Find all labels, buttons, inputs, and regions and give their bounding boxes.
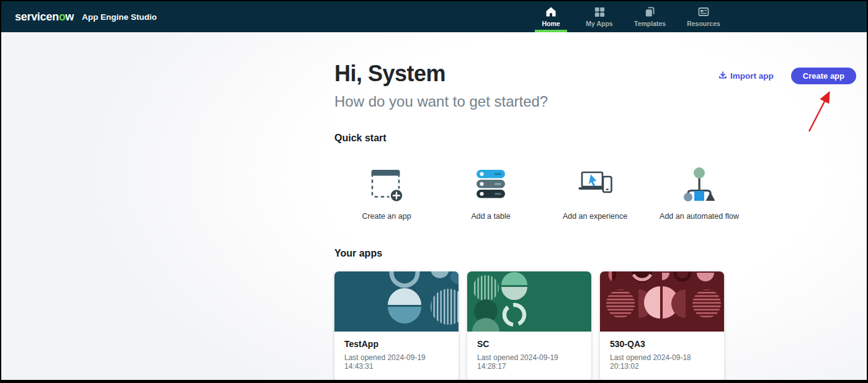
page-subtitle: How do you want to get started? xyxy=(334,93,867,110)
your-apps-heading: Your apps xyxy=(334,248,867,259)
app-card-testapp[interactable]: TestApp Last opened 2024-09-19 14:43:31 xyxy=(334,271,459,381)
nav-label: Home xyxy=(542,20,560,27)
flow-icon xyxy=(679,165,719,205)
top-nav-bar: servicenow App Engine Studio Home xyxy=(1,1,867,32)
quick-start-create-an-app[interactable]: Create an app xyxy=(334,165,439,221)
app-engine-studio-window: servicenow App Engine Studio Home xyxy=(0,0,868,383)
card-info: TestApp Last opened 2024-09-19 14:43:31 xyxy=(334,332,459,381)
product-title: App Engine Studio xyxy=(82,12,157,22)
book-icon xyxy=(698,6,709,17)
content-column: Hi, System How do you want to get starte… xyxy=(334,32,867,380)
quick-start-row: Create an app xyxy=(334,165,751,221)
app-card-title: SC xyxy=(477,339,581,349)
app-card-last-opened: Last opened 2024-09-18 20:13:02 xyxy=(610,353,714,371)
nav-item-resources[interactable]: Resources xyxy=(684,1,723,32)
quick-start-heading: Quick start xyxy=(334,133,867,144)
page-title: Hi, System xyxy=(334,61,867,87)
quick-start-label: Add an automated flow xyxy=(660,212,739,221)
main-area: Import app Create app Hi, System How do … xyxy=(1,32,867,380)
home-icon xyxy=(545,6,557,17)
copy-icon xyxy=(645,6,655,17)
app-card-last-opened: Last opened 2024-09-19 14:43:31 xyxy=(344,353,449,371)
nav-label: Templates xyxy=(634,20,666,27)
nav-item-home[interactable]: Home xyxy=(535,1,567,32)
app-card-last-opened: Last opened 2024-09-19 14:28:17 xyxy=(477,353,581,371)
experience-icon xyxy=(575,165,615,205)
card-info: SC Last opened 2024-09-19 14:28:17 xyxy=(467,332,591,381)
nav-label: Resources xyxy=(687,20,720,27)
table-icon xyxy=(471,165,511,205)
nav-item-templates[interactable]: Templates xyxy=(632,1,668,32)
quick-start-label: Add a table xyxy=(471,212,510,221)
app-card-title: 530-QA3 xyxy=(610,339,714,349)
brand: servicenow App Engine Studio xyxy=(15,1,157,32)
app-card-530-qa3[interactable]: 530-QA3 Last opened 2024-09-18 20:13:02 xyxy=(600,271,724,381)
grid-icon xyxy=(594,6,605,17)
quick-start-label: Create an app xyxy=(362,212,411,221)
app-card-sc[interactable]: SC Last opened 2024-09-19 14:28:17 xyxy=(467,271,591,381)
your-apps-row: TestApp Last opened 2024-09-19 14:43:31 xyxy=(334,271,867,381)
primary-nav: Home My Apps xyxy=(535,1,723,32)
app-card-art-teal xyxy=(334,271,459,332)
quick-start-add-an-automated-flow[interactable]: Add an automated flow xyxy=(647,165,751,221)
servicenow-logo: servicenow xyxy=(15,11,74,24)
app-card-title: TestApp xyxy=(344,339,449,349)
create-app-icon xyxy=(367,165,406,205)
nav-label: My Apps xyxy=(586,20,612,27)
nav-item-my-apps[interactable]: My Apps xyxy=(583,1,615,32)
app-card-art-maroon xyxy=(600,271,724,332)
quick-start-add-an-experience[interactable]: Add an experience xyxy=(543,165,647,221)
app-card-art-green xyxy=(467,271,591,332)
quick-start-add-a-table[interactable]: Add a table xyxy=(439,165,543,221)
card-info: 530-QA3 Last opened 2024-09-18 20:13:02 xyxy=(600,332,724,381)
quick-start-label: Add an experience xyxy=(563,212,627,221)
